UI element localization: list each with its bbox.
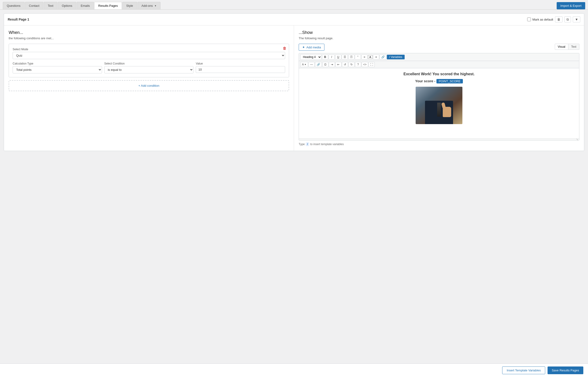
align-right-button[interactable]: ≡ bbox=[373, 54, 379, 59]
outdent-button[interactable]: ⇤ bbox=[336, 62, 341, 67]
select-condition-col: Select Condition is equal to is greater … bbox=[104, 62, 194, 73]
calculation-type-dropdown[interactable]: Total points Average points Percentage bbox=[13, 66, 102, 73]
chevron-down-icon: ▼ bbox=[575, 18, 578, 21]
indent-button[interactable]: ⇥ bbox=[329, 62, 335, 67]
mark-default-text: Mark as default bbox=[532, 18, 553, 21]
editor-area: Paragraph Heading 1 Heading 2 Heading 3 … bbox=[299, 53, 579, 141]
mark-as-default-label[interactable]: Mark as default bbox=[527, 18, 553, 21]
score-label: Your score - bbox=[415, 79, 435, 83]
editor-headline: Excellent Work! You scored the highest. bbox=[303, 72, 575, 76]
select-mode-row: Select Mode Quiz Survey Poll bbox=[13, 48, 285, 59]
tab-options[interactable]: Options bbox=[58, 2, 76, 9]
value-input[interactable] bbox=[196, 66, 285, 73]
code-view-button[interactable]: <> bbox=[362, 62, 368, 67]
header-actions: Mark as default 🗑 ⧉ ▼ bbox=[527, 16, 580, 23]
thumb-fist bbox=[443, 107, 451, 117]
select-mode-dropdown[interactable]: Quiz Survey Poll bbox=[13, 52, 285, 59]
tab-results-pages[interactable]: Results Pages bbox=[94, 2, 122, 9]
link-button[interactable]: 🔗 bbox=[380, 54, 386, 59]
chevron-down-icon: ▼ bbox=[154, 5, 156, 7]
point-score-badge: POINT_SCORE bbox=[436, 79, 463, 83]
color-picker-button[interactable]: A ▼ bbox=[300, 62, 308, 67]
suit-body bbox=[425, 101, 453, 124]
import-export-button[interactable]: Import & Export bbox=[557, 2, 585, 9]
blockquote-button[interactable]: " bbox=[355, 54, 361, 59]
thumbs-up-image bbox=[416, 87, 462, 124]
nav-tabs: Questions Contact Text Options Emails Re… bbox=[3, 2, 160, 9]
undo-button[interactable]: ↺ bbox=[342, 62, 348, 67]
text-color-icon: A bbox=[302, 63, 304, 66]
add-condition-button[interactable]: + Add condition bbox=[9, 80, 289, 91]
duplicate-icon: ⧉ bbox=[566, 18, 569, 21]
when-panel: When... the following conditions are met… bbox=[4, 25, 294, 151]
tab-addons-label: Add-ons bbox=[142, 4, 153, 8]
resize-icon: ⤡ bbox=[576, 138, 578, 141]
color-drop-icon: ▼ bbox=[304, 63, 306, 66]
show-subtext: The following result page. bbox=[299, 36, 579, 40]
panels-container: When... the following conditions are met… bbox=[4, 25, 584, 151]
result-page-title: Result Page 1 bbox=[8, 18, 29, 21]
color-swatch[interactable]: A bbox=[368, 55, 372, 59]
help-button[interactable]: ? bbox=[355, 62, 361, 67]
underline-button[interactable]: U bbox=[335, 54, 341, 59]
calculation-type-col: Calculation Type Total points Average po… bbox=[13, 62, 102, 73]
delete-condition-button[interactable]: 🗑 bbox=[283, 46, 287, 50]
type-hint-text: Type bbox=[299, 142, 305, 146]
tab-text[interactable]: Text bbox=[44, 2, 57, 9]
bold-button[interactable]: B bbox=[322, 54, 328, 59]
duplicate-page-button[interactable]: ⧉ bbox=[564, 16, 571, 23]
omega-button[interactable]: Ω bbox=[322, 62, 328, 67]
italic-button[interactable]: I bbox=[329, 54, 335, 59]
value-label: Value bbox=[196, 62, 285, 65]
image-figure bbox=[416, 87, 462, 124]
slash-badge: / bbox=[306, 142, 309, 146]
main-content: Result Page 1 Mark as default 🗑 ⧉ ▼ When… bbox=[0, 10, 588, 155]
add-media-label: Add media bbox=[306, 46, 321, 49]
type-hint-suffix: to insert template variables bbox=[310, 142, 344, 146]
tab-questions[interactable]: Questions bbox=[3, 2, 24, 9]
score-line: Your score - POINT_SCORE bbox=[303, 79, 575, 83]
top-navigation: Questions Contact Text Options Emails Re… bbox=[0, 0, 588, 10]
calculation-type-label: Calculation Type bbox=[13, 62, 102, 65]
list-ul-button[interactable]: ☰ bbox=[342, 54, 348, 59]
visual-text-tab-group: Visual Text bbox=[555, 44, 579, 50]
background-link-button[interactable]: 🔗 bbox=[315, 62, 322, 67]
mark-default-checkbox[interactable] bbox=[527, 18, 531, 21]
select-condition-dropdown[interactable]: is equal to is greater than is less than… bbox=[104, 66, 194, 73]
align-center-button[interactable]: ≡ bbox=[361, 54, 367, 59]
value-col: Value bbox=[196, 62, 285, 73]
result-card: Result Page 1 Mark as default 🗑 ⧉ ▼ When… bbox=[4, 13, 584, 151]
select-condition-label: Select Condition bbox=[104, 62, 194, 65]
redo-button[interactable]: ↻ bbox=[348, 62, 355, 67]
result-card-header: Result Page 1 Mark as default 🗑 ⧉ ▼ bbox=[4, 13, 584, 25]
tab-style[interactable]: Style bbox=[122, 2, 137, 9]
editor-controls-row: ✦ Add media Visual Text bbox=[299, 44, 579, 53]
editor-toolbar-row1: Paragraph Heading 1 Heading 2 Heading 3 … bbox=[299, 53, 579, 61]
show-panel: ...Show The following result page. ✦ Add… bbox=[294, 25, 584, 151]
list-ol-button[interactable]: ☶ bbox=[348, 54, 354, 59]
editor-resize-handle[interactable]: ⤡ bbox=[299, 138, 579, 140]
editor-image bbox=[303, 87, 575, 124]
add-media-icon: ✦ bbox=[302, 45, 305, 49]
when-heading: When... bbox=[9, 30, 289, 35]
editor-toolbar-row2: A ▼ — 🔗 Ω ⇥ ⇤ ↺ ↻ ? <> ⛶ bbox=[299, 61, 579, 68]
tab-visual[interactable]: Visual bbox=[555, 44, 568, 50]
add-media-button[interactable]: ✦ Add media bbox=[299, 44, 324, 51]
show-heading: ...Show bbox=[299, 30, 579, 35]
fullscreen-button[interactable]: ⛶ bbox=[369, 62, 375, 67]
tie bbox=[437, 103, 441, 117]
variables-button[interactable]: / Variables bbox=[387, 55, 405, 59]
editor-content[interactable]: Excellent Work! You scored the highest. … bbox=[299, 68, 579, 138]
tab-text[interactable]: Text bbox=[568, 44, 579, 50]
condition-box: 🗑 Select Mode Quiz Survey Poll Calculati… bbox=[9, 44, 289, 77]
tab-emails[interactable]: Emails bbox=[77, 2, 94, 9]
heading-select[interactable]: Paragraph Heading 1 Heading 2 Heading 3 … bbox=[300, 54, 322, 60]
delete-page-button[interactable]: 🗑 bbox=[555, 16, 563, 23]
strikethrough-button[interactable]: — bbox=[309, 62, 315, 67]
tab-add-ons[interactable]: Add-ons ▼ bbox=[138, 2, 160, 9]
condition-fields-row: Calculation Type Total points Average po… bbox=[13, 62, 285, 73]
expand-collapse-button[interactable]: ▼ bbox=[573, 16, 580, 23]
tab-contact[interactable]: Contact bbox=[25, 2, 44, 9]
when-subtext: the following conditions are met... bbox=[9, 36, 289, 40]
thumb-up bbox=[441, 102, 445, 108]
